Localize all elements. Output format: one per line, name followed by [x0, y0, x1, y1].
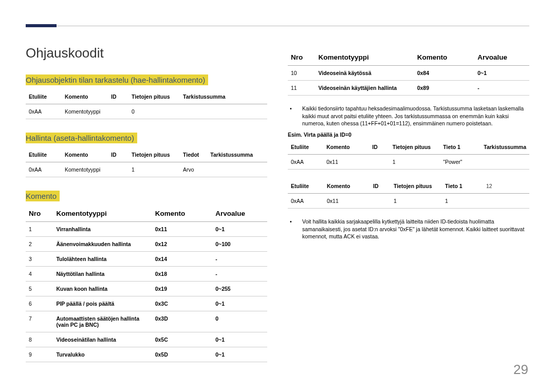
- td: Automaattisten säätöjen hallinta (vain P…: [53, 311, 152, 332]
- td: 0xAA: [288, 155, 323, 170]
- th: Komento: [62, 89, 108, 104]
- td: [180, 104, 267, 119]
- table-row: 11Videoseinän käyttäjien hallinta0x89-: [288, 81, 529, 96]
- td: [480, 155, 529, 170]
- th: Komento: [152, 206, 213, 222]
- td: 0xAA: [288, 194, 324, 209]
- td: 3: [26, 252, 53, 267]
- right-column: Nro Komentotyyppi Komento Arvoalue 10Vid…: [288, 36, 529, 371]
- th: Komento: [324, 179, 370, 194]
- table-row: 7Automaattisten säätöjen hallinta (vain …: [26, 311, 267, 332]
- table-row: 9Turvalukko0x5D0~1: [26, 347, 267, 362]
- th: Tiedot: [180, 147, 207, 162]
- th: Komentotyyppi: [315, 49, 414, 66]
- section-heading-set: Hallinta (aseta-hallintakomento): [26, 133, 137, 143]
- table-row: 0xAA Komentotyyppi 1 Arvo: [26, 162, 267, 177]
- td: [369, 155, 389, 170]
- td: 11: [288, 81, 315, 96]
- td: 1: [390, 155, 440, 170]
- command-table-left: Nro Komentotyyppi Komento Arvoalue 1Virr…: [26, 206, 267, 362]
- td: 0x5C: [152, 332, 213, 347]
- table-row: 8Videoseinätilan hallinta0x5C0~1: [26, 332, 267, 347]
- td: [370, 194, 391, 209]
- td: Virranhallinta: [53, 222, 152, 237]
- th: Arvoalue: [474, 49, 529, 66]
- td: Videoseinätilan hallinta: [53, 332, 152, 347]
- td: 0~255: [212, 282, 267, 296]
- th: Komento: [62, 147, 108, 162]
- td: Turvalukko: [53, 347, 152, 362]
- th: Nro: [26, 206, 53, 222]
- th: Arvoalue: [212, 206, 267, 222]
- header-rule: [26, 26, 529, 26]
- td: 0: [212, 311, 267, 332]
- td: Äänenvoimakkuuden hallinta: [53, 237, 152, 252]
- table-row: 5Kuvan koon hallinta0x190~255: [26, 282, 267, 296]
- th: 12: [483, 179, 529, 194]
- table-row: 6PIP päällä / pois päältä0x3C0~1: [26, 296, 267, 311]
- th: ID: [108, 147, 128, 162]
- td: 0: [128, 104, 180, 119]
- th: ID: [108, 89, 128, 104]
- th: Tieto 1: [442, 179, 483, 194]
- th: Etuliite: [26, 147, 62, 162]
- td: 1: [391, 194, 442, 209]
- td: 7: [26, 311, 53, 332]
- table-row: 1Virranhallinta0x110~1: [26, 222, 267, 237]
- td: PIP päällä / pois päältä: [53, 296, 152, 311]
- table-row: 3Tulolähteen hallinta0x14-: [26, 252, 267, 267]
- th: Komentotyyppi: [53, 206, 152, 222]
- td: "Power": [440, 155, 480, 170]
- table-row: 0xAA Komentotyyppi 0: [26, 104, 267, 119]
- td: 5: [26, 282, 53, 296]
- td: 0x3D: [152, 311, 213, 332]
- td: [108, 104, 128, 119]
- td: 0x12: [152, 237, 213, 252]
- note-serial: •Voit hallita kaikkia sarjakaapelilla ky…: [288, 218, 529, 240]
- td: 0x11: [152, 222, 213, 237]
- th: Etuliite: [26, 89, 62, 104]
- td: 0~100: [212, 237, 267, 252]
- td: 0x5D: [152, 347, 213, 362]
- note-text: Voit hallita kaikkia sarjakaapelilla kyt…: [302, 218, 524, 239]
- th: Tietojen pituus: [128, 147, 180, 162]
- td: -: [474, 81, 529, 96]
- th: Tieto 1: [440, 140, 480, 155]
- note-hex: •Kaikki tiedonsiirto tapahtuu heksadesim…: [288, 105, 529, 127]
- page-title: Ohjauskoodit: [26, 45, 267, 61]
- example-label: Esim. Virta päällä ja ID=0: [288, 132, 529, 138]
- page-content: Ohjauskoodit Ohjausobjektin tilan tarkas…: [0, 0, 555, 371]
- th: Komento: [414, 49, 475, 66]
- table-row: 0xAA 0x11 1 1: [288, 194, 529, 209]
- td: Videoseinän käyttäjien hallinta: [315, 81, 414, 96]
- td: 6: [26, 296, 53, 311]
- td: 0~1: [212, 347, 267, 362]
- td: 1: [442, 194, 483, 209]
- th: Tarkistussumma: [480, 140, 529, 155]
- td: 9: [26, 347, 53, 362]
- td: [483, 194, 529, 209]
- td: Videoseinä käytössä: [315, 66, 414, 81]
- td: 0x14: [152, 252, 213, 267]
- td: 0x84: [414, 66, 475, 81]
- th: Etuliite: [288, 140, 323, 155]
- td: [108, 162, 128, 177]
- td: 2: [26, 237, 53, 252]
- td: 0x18: [152, 267, 213, 282]
- th: ID: [369, 140, 389, 155]
- td: Komentotyyppi: [62, 162, 108, 177]
- td: [207, 162, 267, 177]
- td: 0~1: [474, 66, 529, 81]
- td: Komentotyyppi: [62, 104, 108, 119]
- td: 0xAA: [26, 104, 62, 119]
- note-text: Kaikki tiedonsiirto tapahtuu heksadesima…: [302, 105, 524, 126]
- td: 0xAA: [26, 162, 62, 177]
- td: 8: [26, 332, 53, 347]
- section-heading-command: Komento: [26, 191, 60, 201]
- th: Tarkistussumma: [180, 89, 267, 104]
- td: 0x11: [324, 194, 370, 209]
- page-number: 29: [513, 362, 528, 378]
- table-row: 10Videoseinä käytössä0x840~1: [288, 66, 529, 81]
- td: 0x3C: [152, 296, 213, 311]
- left-column: Ohjauskoodit Ohjausobjektin tilan tarkas…: [26, 36, 267, 371]
